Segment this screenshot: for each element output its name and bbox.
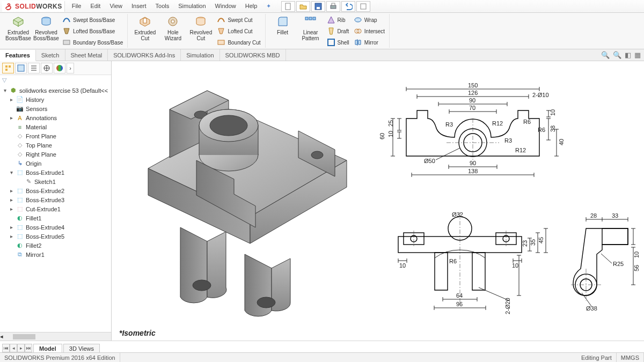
- boundary-cut-icon: [217, 38, 225, 47]
- swept-boss-icon: [62, 16, 71, 24]
- revolved-cut-button[interactable]: Revolved Cut: [188, 14, 214, 41]
- svg-rect-2: [317, 7, 320, 9]
- menu-pin-icon[interactable]: ✦: [262, 1, 275, 11]
- tree-item[interactable]: ▸⬚Boss-Extrude4: [0, 223, 111, 232]
- menu-simulation[interactable]: Simulation: [174, 1, 209, 11]
- tree-item[interactable]: ≡Material: [0, 122, 111, 131]
- svg-text:23: 23: [522, 240, 528, 247]
- tree-item[interactable]: 📷Sensors: [0, 104, 111, 113]
- status-units[interactable]: MMGS: [617, 353, 644, 362]
- tab-addins[interactable]: SOLIDWORKS Add-Ins: [108, 49, 181, 61]
- tree-item[interactable]: ▸⬚Cut-Extrude1: [0, 204, 111, 213]
- tree-filter[interactable]: ▽: [0, 75, 111, 85]
- tree-scrollbar[interactable]: ◂: [0, 332, 111, 341]
- display-style-icon[interactable]: ▦: [634, 51, 641, 59]
- lofted-cut-icon: [217, 27, 225, 35]
- command-manager-tabs: Features Sketch Sheet Metal SOLIDWORKS A…: [0, 49, 644, 61]
- intersect-icon: [354, 27, 362, 35]
- wrap-button[interactable]: Wrap: [353, 14, 386, 25]
- fm-tab-more[interactable]: ›: [67, 63, 74, 73]
- tree-item[interactable]: ▸📄History: [0, 95, 111, 104]
- tree-item[interactable]: ▸⬚Boss-Extrude3: [0, 195, 111, 204]
- tab-3d-views[interactable]: 3D Views: [63, 344, 100, 352]
- menu-help[interactable]: Help: [241, 1, 261, 11]
- mirror-icon: [354, 38, 362, 47]
- revolved-boss-button[interactable]: Revolved Boss/Base: [33, 14, 59, 41]
- fm-tab-dim[interactable]: [41, 63, 53, 73]
- feature-manager-tabs: ›: [0, 61, 111, 75]
- heads-up-view-toolbar: 🔍 🔍 ◧ ▦: [601, 49, 644, 61]
- linear-pattern-button[interactable]: Linear Pattern: [298, 14, 324, 41]
- svg-point-29: [257, 297, 275, 308]
- swept-boss-button[interactable]: Swept Boss/Base: [61, 14, 124, 25]
- extruded-boss-button[interactable]: Extruded Boss/Base: [5, 14, 31, 41]
- tab-mbd[interactable]: SOLIDWORKS MBD: [220, 49, 286, 61]
- app-logo: SOLIDWORKS: [2, 1, 65, 12]
- svg-text:70: 70: [469, 105, 475, 111]
- svg-text:10: 10: [512, 262, 518, 269]
- tree-item[interactable]: ▾⬚Boss-Extrude1: [0, 168, 111, 177]
- tab-nav-last[interactable]: ⏭: [25, 344, 32, 352]
- svg-text:35: 35: [530, 239, 536, 246]
- zoom-area-icon[interactable]: 🔍: [613, 51, 621, 59]
- tree-item[interactable]: ◐Fillet2: [0, 241, 111, 250]
- tab-simulation[interactable]: Simulation: [181, 49, 219, 61]
- tree-item[interactable]: ✎Sketch1: [0, 177, 111, 186]
- intersect-button[interactable]: Intersect: [353, 26, 386, 36]
- menu-edit[interactable]: Edit: [86, 1, 104, 11]
- tab-nav-next[interactable]: ▸: [17, 344, 25, 352]
- tree-item[interactable]: ▸⬚Boss-Extrude5: [0, 232, 111, 241]
- tree-item[interactable]: ◇Top Plane: [0, 141, 111, 150]
- menu-window[interactable]: Window: [211, 1, 240, 11]
- shell-button[interactable]: Shell: [326, 37, 350, 48]
- svg-rect-16: [328, 39, 334, 46]
- qat-open[interactable]: [296, 1, 310, 12]
- hole-wizard-button[interactable]: Hole Wizard: [160, 14, 186, 41]
- qat-save[interactable]: [311, 1, 325, 12]
- view-orientation-icon[interactable]: ◧: [625, 51, 631, 59]
- menu-insert[interactable]: Insert: [128, 1, 150, 11]
- feature-manager-panel: › ▽ ▾⬢ solidworks exercise 53 (Default<<…: [0, 61, 112, 341]
- swept-cut-button[interactable]: Swept Cut: [216, 14, 261, 25]
- qat-undo[interactable]: [341, 1, 355, 12]
- extruded-cut-button[interactable]: Extruded Cut: [132, 14, 158, 41]
- svg-text:R12: R12: [492, 120, 503, 127]
- graphics-area[interactable]: 150 126 90 70 90 138 60 25 10 2-Ø10 R3 R…: [112, 61, 644, 341]
- tree-item[interactable]: ▸⬚Boss-Extrude2: [0, 186, 111, 195]
- boundary-boss-icon: [62, 38, 71, 47]
- tab-sheet-metal[interactable]: Sheet Metal: [65, 49, 108, 61]
- tab-sketch[interactable]: Sketch: [36, 49, 65, 61]
- tree-item[interactable]: ◐Fillet1: [0, 213, 111, 223]
- fm-tab-display[interactable]: [54, 63, 65, 73]
- mirror-button[interactable]: Mirror: [353, 37, 386, 48]
- boundary-boss-button[interactable]: Boundary Boss/Base: [61, 37, 124, 48]
- tree-item[interactable]: ⧉Mirror1: [0, 250, 111, 259]
- svg-point-10: [171, 20, 174, 23]
- qat-print[interactable]: [326, 1, 340, 12]
- tree-item[interactable]: ↳Origin: [0, 159, 111, 168]
- draft-button[interactable]: Draft: [326, 26, 350, 36]
- tree-root[interactable]: ▾⬢ solidworks exercise 53 (Default<<: [0, 86, 111, 95]
- tab-nav-first[interactable]: ⏮: [2, 344, 10, 352]
- menu-file[interactable]: File: [68, 1, 85, 11]
- qat-redo[interactable]: [356, 1, 370, 12]
- fm-tab-property[interactable]: [15, 63, 27, 73]
- tab-features[interactable]: Features: [0, 50, 36, 61]
- tab-model[interactable]: Model: [33, 344, 62, 352]
- tree-item[interactable]: ◇Front Plane: [0, 131, 111, 141]
- menu-view[interactable]: View: [106, 1, 126, 11]
- tree-item[interactable]: ▸AAnnotations: [0, 113, 111, 122]
- lofted-boss-button[interactable]: Lofted Boss/Base: [61, 26, 124, 36]
- tree-item[interactable]: ◇Right Plane: [0, 150, 111, 159]
- lofted-cut-button[interactable]: Lofted Cut: [216, 26, 261, 36]
- fm-tab-config[interactable]: [28, 63, 40, 73]
- motion-tabs: ⏮ ◂ ▸ ⏭ Model 3D Views: [0, 341, 644, 352]
- fm-tab-tree[interactable]: [2, 63, 14, 73]
- zoom-to-fit-icon[interactable]: 🔍: [601, 51, 610, 59]
- boundary-cut-button[interactable]: Boundary Cut: [216, 37, 261, 48]
- tab-nav-prev[interactable]: ◂: [10, 344, 17, 352]
- menu-tools[interactable]: Tools: [152, 1, 173, 11]
- qat-new[interactable]: [281, 1, 295, 12]
- fillet-button[interactable]: Fillet: [270, 14, 296, 35]
- rib-button[interactable]: Rib: [326, 14, 350, 25]
